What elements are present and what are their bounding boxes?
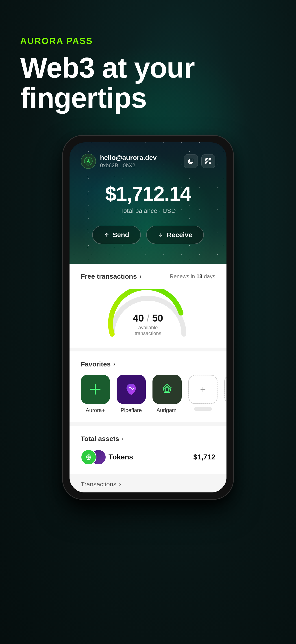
balance-amount: $1,712.14 xyxy=(81,182,215,206)
svg-rect-4 xyxy=(206,159,207,160)
free-tx-header: Free transactions › Renews in 13 days xyxy=(81,272,215,280)
svg-rect-2 xyxy=(189,159,193,162)
favorites-card: Favorites › xyxy=(70,352,226,422)
total-assets-header: Total assets › xyxy=(81,435,215,442)
asset-row: Tokens $1,712 xyxy=(81,449,215,465)
token-value: $1,712 xyxy=(193,453,215,461)
page: AURORA PASS Web3 at your fingertips xyxy=(0,0,296,644)
wallet-identity: hello@aurora.dev 0xb62B...0bX2 xyxy=(81,154,157,169)
hero-section: AURORA PASS Web3 at your fingertips xyxy=(0,0,296,127)
token-name: Tokens xyxy=(109,453,188,461)
svg-rect-12 xyxy=(210,163,211,164)
svg-rect-8 xyxy=(206,162,207,164)
wallet-header: hello@aurora.dev 0xb62B...0bX2 xyxy=(70,142,226,264)
fav-remove[interactable]: − xyxy=(224,375,226,411)
svg-rect-10 xyxy=(210,162,211,162)
gauge-sub-label: available transactions xyxy=(126,325,170,336)
gauge-chart: 40 / 50 available transactions xyxy=(103,289,193,338)
transactions-chevron-icon: › xyxy=(119,481,121,488)
fav-add[interactable]: + xyxy=(188,375,218,411)
phone-wrapper: hello@aurora.dev 0xb62B...0bX2 xyxy=(63,136,233,499)
svg-rect-6 xyxy=(209,159,211,160)
wallet-identity-text: hello@aurora.dev 0xb62B...0bX2 xyxy=(100,154,157,169)
wallet-email: hello@aurora.dev xyxy=(100,154,157,162)
balance-label: Total balance · USD xyxy=(81,207,215,214)
avatar xyxy=(81,154,96,169)
fav-aurigami[interactable]: Aurigami xyxy=(152,375,182,414)
wallet-top-bar: hello@aurora.dev 0xb62B...0bX2 xyxy=(81,154,215,169)
chevron-icon: › xyxy=(140,273,142,280)
renews-badge: Renews in 13 days xyxy=(170,273,215,280)
svg-rect-1 xyxy=(189,160,192,164)
free-transactions-link[interactable]: Free transactions › xyxy=(81,272,142,280)
add-placeholder-label xyxy=(194,407,212,411)
aurigami-label: Aurigami xyxy=(156,407,178,414)
total-assets-card: Total assets › xyxy=(70,426,226,474)
qr-button[interactable] xyxy=(201,154,215,168)
phone-screen: hello@aurora.dev 0xb62B...0bX2 xyxy=(70,142,226,492)
favorites-header: Favorites › xyxy=(81,360,215,368)
wallet-address: 0xb62B...0bX2 xyxy=(100,162,157,169)
card-section: Free transactions › Renews in 13 days xyxy=(70,264,226,492)
fav-pipeflare[interactable]: Pipeflare xyxy=(117,375,146,414)
wallet-actions-top xyxy=(184,154,215,168)
brand-label: AURORA PASS xyxy=(20,36,276,46)
aurora-plus-icon xyxy=(81,375,110,404)
favorites-grid: Aurora+ xyxy=(81,375,215,414)
wallet-buttons: Send Receive xyxy=(81,226,215,244)
receive-button[interactable]: Receive xyxy=(146,226,204,244)
remove-favorite-icon: − xyxy=(224,375,226,404)
transactions-link[interactable]: Transactions › xyxy=(81,481,215,488)
free-transactions-card: Free transactions › Renews in 13 days xyxy=(70,264,226,348)
send-button[interactable]: Send xyxy=(92,226,141,244)
favorites-chevron-icon: › xyxy=(113,360,115,368)
fav-aurora-plus[interactable]: Aurora+ xyxy=(81,375,110,414)
svg-marker-19 xyxy=(87,456,90,459)
add-favorite-icon: + xyxy=(188,375,218,404)
aurigami-icon xyxy=(152,375,182,404)
asset-icon-primary xyxy=(81,449,96,465)
total-assets-chevron-icon: › xyxy=(122,435,124,442)
svg-rect-11 xyxy=(209,163,210,164)
asset-icons xyxy=(81,449,103,465)
transactions-section: Transactions › xyxy=(70,474,226,492)
aurora-plus-label: Aurora+ xyxy=(86,407,105,414)
hero-title: Web3 at your fingertips xyxy=(20,53,276,113)
gauge-center-text: 40 / 50 available transactions xyxy=(126,312,170,336)
pipeflare-label: Pipeflare xyxy=(121,407,142,414)
favorites-link[interactable]: Favorites › xyxy=(81,360,115,368)
wallet-balance-section: $1,712.14 Total balance · USD xyxy=(81,182,215,214)
phone-shell: hello@aurora.dev 0xb62B...0bX2 xyxy=(63,136,233,499)
gauge-container: 40 / 50 available transactions xyxy=(81,287,215,338)
svg-rect-9 xyxy=(209,162,210,162)
total-assets-link[interactable]: Total assets › xyxy=(81,435,124,442)
copy-button[interactable] xyxy=(184,154,198,168)
gauge-numbers: 40 / 50 xyxy=(126,312,170,324)
pipeflare-icon xyxy=(117,375,146,404)
